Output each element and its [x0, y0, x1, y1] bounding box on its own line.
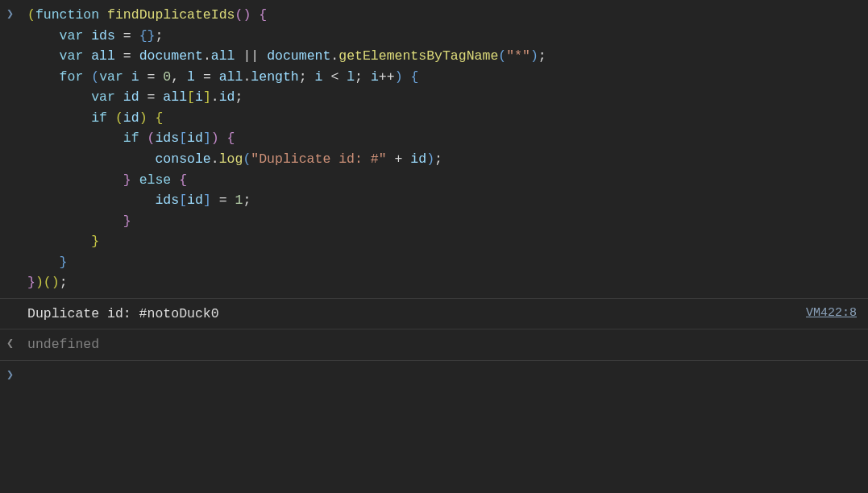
return-value: undefined: [27, 337, 99, 352]
console-row-input: ❯(function findDuplicateIds() { var ids …: [0, 0, 868, 299]
log-message: Duplicate id: #notoDuck0: [27, 306, 219, 321]
console-row-return: ❮undefined: [0, 329, 868, 361]
devtools-console: ❯(function findDuplicateIds() { var ids …: [0, 0, 868, 390]
console-row-log: Duplicate id: #notoDuck0VM422:8: [0, 299, 868, 330]
input-marker-icon: ❯: [6, 5, 27, 24]
source-link[interactable]: VM422:8: [806, 304, 862, 322]
console-content: (function findDuplicateIds() { var ids =…: [27, 5, 862, 293]
prompt-marker-icon: ❯: [6, 366, 27, 385]
console-content: undefined: [27, 334, 862, 355]
console-row-prompt: ❯: [0, 361, 868, 390]
return-marker-icon: ❮: [6, 334, 27, 354]
log-marker-icon: [6, 304, 27, 304]
console-content: Duplicate id: #notoDuck0: [27, 304, 806, 325]
